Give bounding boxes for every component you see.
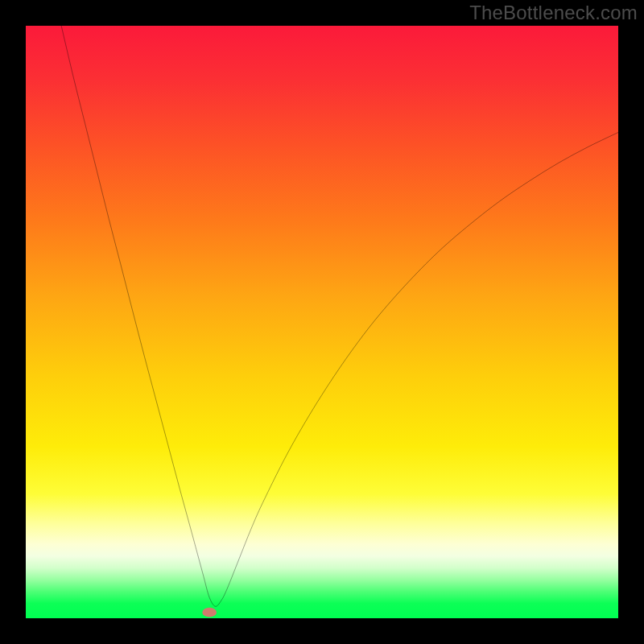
- watermark-text: TheBottleneck.com: [469, 2, 638, 24]
- plot-area: [26, 26, 618, 618]
- optimum-marker: [202, 608, 217, 617]
- chart-frame: TheBottleneck.com: [0, 0, 644, 644]
- curve-svg: [26, 26, 618, 618]
- bottleneck-curve: [61, 26, 618, 606]
